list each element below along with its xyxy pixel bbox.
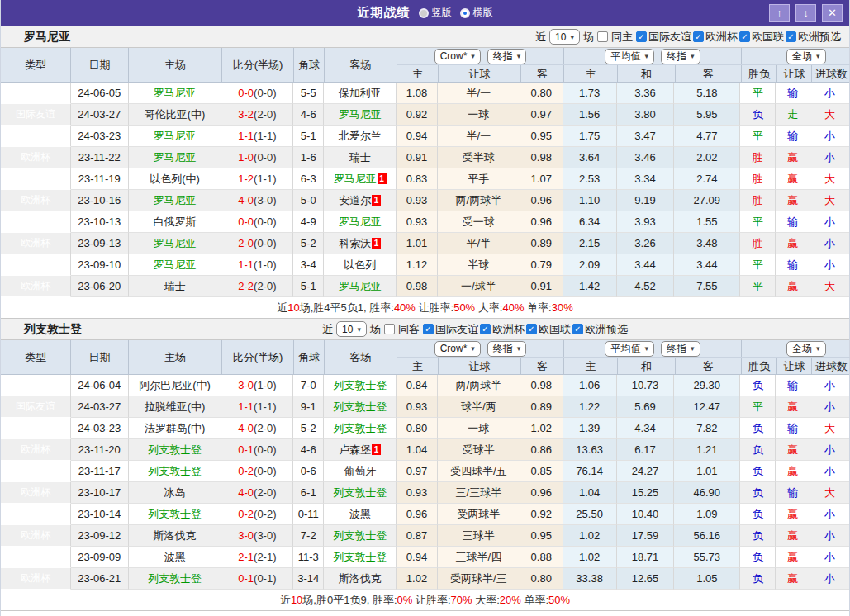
- match-date: 23-11-20: [71, 439, 129, 461]
- odds-source-select[interactable]: Crow*▾: [434, 49, 481, 64]
- move-up-button[interactable]: ↑: [769, 4, 790, 22]
- result-text: 输: [787, 258, 798, 272]
- home-team-name: 罗马尼亚: [154, 129, 197, 144]
- result-cell: 负: [740, 375, 776, 396]
- match-date: 23-09-13: [71, 233, 129, 254]
- summary-text-part: 场,胜4平5负1, 胜率:: [300, 301, 394, 314]
- scope-select[interactable]: 全场▾: [786, 341, 826, 357]
- result-cell: 赢: [776, 525, 810, 547]
- halftime-score: (0-0): [254, 237, 276, 249]
- average-odds-value: 3.80: [617, 104, 675, 126]
- halftime-score: (2-0): [254, 108, 276, 121]
- corner-count: 3-4: [293, 254, 324, 276]
- odds-value: 半球: [438, 254, 520, 276]
- home-team: 法罗群岛(中): [129, 418, 222, 439]
- corner-count: 3-14: [293, 568, 324, 590]
- score-halftime: 1-1(1-0): [221, 254, 293, 276]
- competition-checkbox-checked[interactable]: ✓: [526, 324, 537, 334]
- result-text: 赢: [787, 400, 798, 415]
- result-text: 平: [753, 215, 763, 230]
- match-row: 欧洲杯23-11-22罗马尼亚1-0(0-0)1-6瑞士0.91受半球0.983…: [1, 147, 849, 168]
- competition-checkbox-checked[interactable]: ✓: [693, 31, 704, 42]
- match-count-select[interactable]: 10▾: [336, 321, 367, 337]
- average-odds-value: 2.02: [674, 147, 740, 168]
- summary-text-part: 让胜率:: [416, 301, 453, 314]
- match-date: 24-06-05: [71, 83, 129, 104]
- match-row: 欧洲杯23-06-21列支敦士登0-1(0-1)3-14斯洛伐克1.02受两球半…: [1, 568, 849, 590]
- competition-checkbox-checked[interactable]: ✓: [636, 31, 647, 42]
- summary-text-part: 10: [287, 301, 299, 314]
- close-icon: ✕: [828, 7, 837, 19]
- home-team-name: 罗马尼亚: [154, 236, 197, 251]
- score-halftime: 0-2(0-2): [221, 504, 293, 525]
- odds-value: 0.96: [520, 482, 563, 504]
- away-team-name: 保加利亚: [339, 86, 382, 101]
- result-cell: 平: [740, 276, 776, 297]
- result-text: 大: [824, 486, 835, 500]
- halftime-score: (1-1): [254, 130, 276, 142]
- result-cell: 赢: [776, 396, 810, 418]
- match-type-badge: 欧洲杯: [1, 461, 71, 482]
- score-halftime: 4-0(2-0): [221, 482, 293, 504]
- away-team: 罗马尼亚: [324, 211, 397, 233]
- average-select[interactable]: 平均值▾: [605, 49, 654, 64]
- competition-label: 欧洲预选: [798, 30, 841, 45]
- average-select[interactable]: 平均值▾: [605, 341, 654, 357]
- corner-count: 4-6: [293, 439, 324, 461]
- result-text: 负: [753, 464, 763, 479]
- result-cell: 输: [776, 126, 810, 147]
- odds-value: 1.08: [397, 83, 438, 104]
- competition-checkbox-checked[interactable]: ✓: [786, 31, 796, 42]
- match-date: 24-03-23: [71, 418, 129, 439]
- away-team-name: 罗马尼亚: [334, 172, 377, 187]
- same-venue-checkbox[interactable]: [384, 324, 395, 334]
- layout-radio-vertical[interactable]: 竖版: [419, 6, 452, 20]
- average-odds-value: 3.44: [617, 254, 675, 276]
- away-team-name: 卢森堡: [339, 443, 371, 457]
- away-team-name: 瑞士: [349, 150, 371, 165]
- odds-final-select[interactable]: 终指▾: [487, 341, 527, 357]
- average-final-select[interactable]: 终指▾: [661, 49, 700, 64]
- result-cell: 大: [810, 418, 849, 439]
- result-cell: 输: [776, 418, 810, 439]
- competition-checkbox-checked[interactable]: ✓: [739, 31, 750, 42]
- result-cell: 胜: [740, 190, 776, 211]
- scope-select[interactable]: 全场▾: [786, 49, 826, 64]
- result-text: 负: [753, 443, 763, 457]
- away-team-name: 列支敦士登: [333, 378, 387, 393]
- same-venue-checkbox[interactable]: [597, 31, 608, 42]
- away-team: 列支敦士登: [324, 525, 397, 547]
- radio-icon[interactable]: [460, 8, 470, 18]
- result-text: 赢: [787, 279, 798, 294]
- average-odds-value: 1.10: [563, 190, 617, 211]
- odds-final-select[interactable]: 终指▾: [487, 49, 527, 64]
- layout-radio-horizontal[interactable]: 横版: [460, 6, 493, 20]
- result-cell: 赢: [776, 168, 810, 190]
- away-team-name: 安道尔: [339, 193, 371, 208]
- odds-value: 0.94: [397, 126, 438, 147]
- match-count-select[interactable]: 10▾: [549, 29, 580, 45]
- away-team-name: 列支敦士登: [333, 528, 387, 543]
- competition-filter: ✓欧洲预选: [572, 322, 628, 337]
- halftime-score: (0-2): [254, 508, 276, 520]
- result-cell: 负: [740, 568, 776, 590]
- home-team: 哥伦比亚(中): [129, 104, 222, 126]
- match-date: 23-11-17: [71, 461, 129, 482]
- competition-checkbox-checked[interactable]: ✓: [423, 324, 434, 334]
- average-final-select[interactable]: 终指▾: [661, 341, 700, 357]
- move-down-button[interactable]: ↓: [795, 4, 816, 22]
- home-team-name: 白俄罗斯: [154, 215, 197, 230]
- odds-source-select[interactable]: Crow*▾: [434, 341, 481, 357]
- odds-value: 1.07: [520, 168, 563, 190]
- match-row: 欧洲杯23-10-14列支敦士登0-2(0-2)0-11波黑0.96受两球半0.…: [1, 504, 849, 525]
- competition-checkbox-checked[interactable]: ✓: [572, 324, 583, 334]
- away-team-name: 罗马尼亚: [339, 215, 382, 230]
- radio-icon[interactable]: [419, 8, 429, 18]
- score-halftime: 0-1(0-0): [221, 439, 293, 461]
- chevron-down-icon: ▾: [691, 52, 695, 60]
- close-button[interactable]: ✕: [822, 4, 843, 22]
- result-text: 赢: [787, 550, 798, 565]
- competition-checkbox-checked[interactable]: ✓: [480, 324, 491, 334]
- chevron-down-icon: ▾: [816, 344, 820, 353]
- match-type-badge: 欧洲杯: [1, 211, 71, 233]
